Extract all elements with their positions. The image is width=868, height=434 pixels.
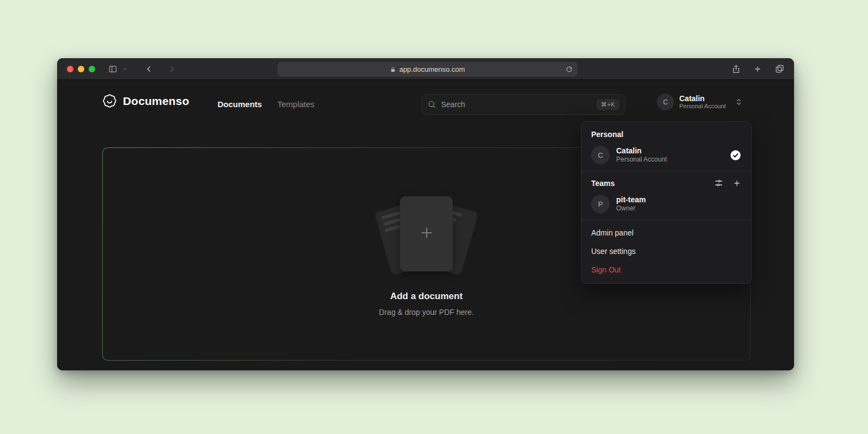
plus-icon xyxy=(418,224,435,244)
menu-item-sign-out[interactable]: Sign Out xyxy=(586,261,747,279)
document-card-center xyxy=(400,196,453,271)
selected-check-icon xyxy=(730,150,741,161)
teams-label: Teams xyxy=(591,179,615,188)
account-menu-button[interactable]: C Catalin Personal Account xyxy=(657,94,743,110)
team-name: pit-team xyxy=(616,195,646,204)
browser-titlebar: app.documenso.com xyxy=(57,58,794,80)
document-cards-illustration xyxy=(364,192,489,278)
new-tab-plus-icon[interactable] xyxy=(753,65,762,73)
lock-icon xyxy=(390,66,396,73)
nav-templates[interactable]: Templates xyxy=(277,100,314,109)
account-dropdown-menu: Personal C Catalin Personal Account Team… xyxy=(581,121,752,284)
minimize-window-button[interactable] xyxy=(78,66,84,72)
menu-section-personal: Personal xyxy=(586,126,747,142)
documenso-logo-icon xyxy=(102,94,117,108)
search-placeholder: Search xyxy=(441,100,465,109)
reload-icon[interactable] xyxy=(566,66,573,73)
search-shortcut-badge: ⌘+K xyxy=(597,99,619,110)
menu-item-user-settings[interactable]: User settings xyxy=(586,242,747,261)
brand[interactable]: Documenso xyxy=(102,94,189,108)
share-icon[interactable] xyxy=(731,64,741,74)
tab-overview-icon[interactable] xyxy=(774,64,784,73)
dropzone-title: Add a document xyxy=(390,291,462,302)
documenso-app-page: Documenso Documents Templates Search ⌘+K… xyxy=(57,80,794,370)
menu-item-admin-panel[interactable]: Admin panel xyxy=(586,224,747,242)
personal-account-name: Catalin xyxy=(616,146,667,155)
personal-account-subtitle: Personal Account xyxy=(616,156,667,164)
menu-item-team-pit-team[interactable]: P pit-team Owner xyxy=(586,191,747,216)
forward-icon[interactable] xyxy=(167,65,177,73)
personal-account-avatar: C xyxy=(591,146,610,164)
nav-documents[interactable]: Documents xyxy=(218,100,262,109)
browser-window: app.documenso.com Documenso Docum xyxy=(57,58,794,370)
zoom-window-button[interactable] xyxy=(89,66,95,72)
address-bar[interactable]: app.documenso.com xyxy=(277,62,578,77)
menu-divider xyxy=(581,220,751,220)
address-url: app.documenso.com xyxy=(399,65,465,73)
search-icon xyxy=(427,100,436,109)
menu-section-teams: Teams xyxy=(586,175,747,191)
add-team-icon[interactable] xyxy=(733,179,741,188)
manage-teams-icon[interactable] xyxy=(714,178,723,188)
menu-item-personal-account[interactable]: C Catalin Personal Account xyxy=(586,142,747,168)
search-input[interactable]: Search ⌘+K xyxy=(421,94,625,115)
chevrons-up-down-icon xyxy=(735,98,743,106)
menu-divider xyxy=(581,171,751,171)
traffic-lights xyxy=(67,66,95,72)
dropzone-subtitle: Drag & drop your PDF here. xyxy=(379,308,474,317)
account-avatar: C xyxy=(657,94,674,110)
brand-name: Documenso xyxy=(123,95,189,108)
chevron-down-icon[interactable] xyxy=(122,66,128,72)
account-name: Catalin xyxy=(679,95,726,102)
close-window-button[interactable] xyxy=(67,66,73,72)
back-icon[interactable] xyxy=(144,65,154,73)
account-type: Personal Account xyxy=(679,103,726,109)
sidebar-toggle-icon[interactable] xyxy=(107,65,118,73)
team-role: Owner xyxy=(616,205,646,213)
team-avatar: P xyxy=(591,195,610,213)
